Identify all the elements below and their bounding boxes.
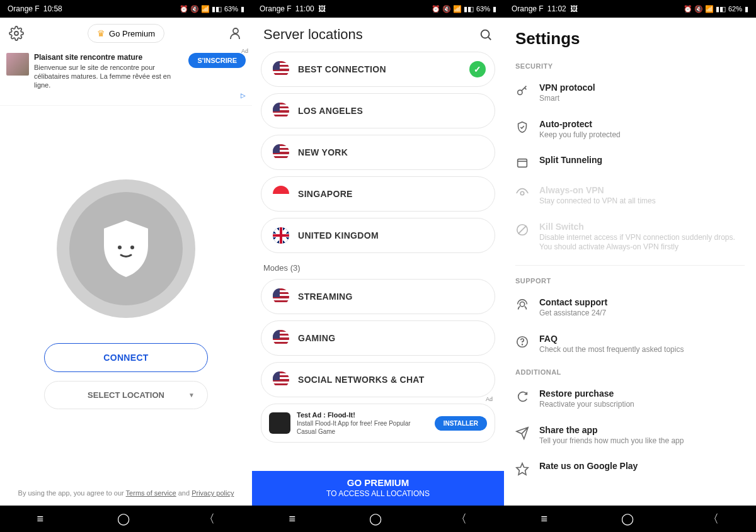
mode-item[interactable]: GAMING	[261, 320, 495, 356]
recents-button[interactable]: ≡	[37, 512, 44, 526]
status-icons: ⏰ 🔇 📶 ▮◧	[684, 5, 726, 13]
setting-faq[interactable]: FAQ Check out the most frequently asked …	[515, 327, 745, 364]
modes-label: Modes (3)	[261, 259, 495, 279]
battery-icon: ▮	[745, 5, 748, 13]
clock: 10:58	[43, 4, 62, 13]
shield-icon	[515, 120, 529, 134]
setting-always-on-vpn: Always-on VPN Stay connected to VPN at a…	[515, 179, 745, 215]
svg-point-1	[233, 28, 238, 33]
server-list[interactable]: BEST CONNECTION ✓ LOS ANGELES NEW YORK S…	[252, 49, 504, 471]
setting-share-app[interactable]: Share the app Tell your friends how much…	[515, 419, 745, 455]
page-title: Server locations	[263, 26, 363, 43]
setting-restore-purchase[interactable]: Restore purchase Reactivate your subscri…	[515, 382, 745, 419]
ad-desc: Install Flood-It App for free! Free Popu…	[297, 419, 428, 436]
help-icon	[515, 335, 529, 349]
battery-icon: ▮	[493, 5, 496, 13]
setting-rate-us[interactable]: Rate us on Google Play	[515, 455, 745, 485]
server-item[interactable]: UNITED KINGDOM	[261, 218, 495, 253]
send-icon	[515, 426, 529, 440]
ad-banner[interactable]: Ad Test Ad : Flood-It! Install Flood-It …	[261, 404, 495, 443]
carrier: Orange F	[512, 4, 544, 13]
home-button[interactable]: ◯	[621, 512, 634, 526]
battery-icon: ▮	[241, 5, 244, 13]
headset-icon	[515, 298, 529, 312]
carrier: Orange F	[260, 4, 292, 13]
android-nav-bar: ≡ ◯ 〈	[504, 506, 756, 532]
connect-button[interactable]: CONNECT	[44, 343, 208, 372]
privacy-link[interactable]: Privacy policy	[192, 489, 234, 497]
status-bar: Orange F 11:02 🖼 ⏰ 🔇 📶 ▮◧ 62% ▮	[504, 0, 756, 18]
setting-auto-protect[interactable]: Auto-protect Keep you fully protected	[515, 113, 745, 149]
select-location-button[interactable]: SELECT LOCATION ▼	[44, 381, 208, 409]
location-label: SELECT LOCATION	[88, 390, 164, 400]
svg-point-9	[520, 191, 524, 195]
android-nav-bar: ≡ ◯ 〈	[0, 506, 252, 532]
go-premium-bar[interactable]: GO PREMIUM TO ACCESS ALL LOCATIONS	[252, 471, 504, 506]
go-premium-button[interactable]: ♛ Go Premium	[88, 24, 164, 43]
svg-line-11	[518, 225, 527, 234]
home-button[interactable]: ◯	[117, 512, 130, 526]
section-additional: ADDITIONAL	[515, 363, 745, 382]
status-bar: Orange F 11:00 🖼 ⏰ 🔇 📶 ▮◧ 63% ▮	[252, 0, 504, 18]
flag-icon	[273, 144, 289, 161]
mode-item[interactable]: SOCIAL NETWORKS & CHAT	[261, 362, 495, 397]
ad-image	[6, 53, 29, 76]
profile-icon[interactable]	[228, 26, 243, 41]
key-icon	[515, 84, 529, 98]
picture-icon: 🖼	[318, 4, 326, 13]
check-icon: ✓	[469, 61, 486, 77]
crown-icon: ♛	[97, 28, 105, 38]
premium-title: GO PREMIUM	[252, 477, 504, 488]
terms-link[interactable]: Terms of service	[126, 489, 176, 497]
settings-list[interactable]: SECURITY VPN protocol Smart Auto-protect…	[504, 57, 756, 506]
ad-title: Test Ad : Flood-It!	[297, 410, 428, 419]
back-button[interactable]: 〈	[203, 511, 215, 526]
clock: 11:00	[295, 4, 314, 13]
locations-screen: Orange F 11:00 🖼 ⏰ 🔇 📶 ▮◧ 63% ▮ Server l…	[252, 0, 504, 532]
section-security: SECURITY	[515, 57, 745, 76]
premium-label: Go Premium	[109, 29, 155, 38]
flag-icon	[273, 227, 289, 244]
mode-item[interactable]: STREAMING	[261, 279, 495, 314]
home-screen: Orange F 10:58 ⏰ 🔇 📶 ▮◧ 63% ▮ ♛ Go Premi…	[0, 0, 252, 532]
terms-line: By using the app, you agree to our Terms…	[0, 483, 252, 506]
ad-banner[interactable]: Ad Plaisant site rencontre mature Bienve…	[0, 49, 252, 106]
back-button[interactable]: 〈	[707, 511, 719, 526]
setting-contact-support[interactable]: Contact support Get assistance 24/7	[515, 291, 745, 327]
server-item[interactable]: LOS ANGELES	[261, 93, 495, 128]
ad-cta-button[interactable]: S'INSCRIRE	[188, 53, 246, 68]
adchoices-icon[interactable]: ▷	[6, 92, 246, 99]
ad-cta-button[interactable]: INSTALLER	[435, 416, 487, 431]
star-icon	[515, 462, 529, 476]
settings-icon[interactable]	[9, 26, 24, 41]
ad-desc: Bienvenue sur le site de rencontre pour …	[34, 63, 183, 90]
back-button[interactable]: 〈	[455, 511, 467, 526]
recents-button[interactable]: ≡	[289, 512, 296, 526]
server-item[interactable]: NEW YORK	[261, 135, 495, 170]
section-support: SUPPORT	[515, 272, 745, 291]
ad-image	[269, 412, 290, 434]
setting-kill-switch: Kill Switch Disable internet access if V…	[515, 215, 745, 261]
divider	[515, 265, 745, 266]
svg-point-14	[522, 344, 523, 344]
page-title: Settings	[515, 29, 745, 48]
locations-header: Server locations	[252, 18, 504, 49]
recents-button[interactable]: ≡	[541, 512, 548, 526]
status-icons: ⏰ 🔇 📶 ▮◧	[432, 5, 474, 13]
eye-icon	[515, 186, 529, 200]
home-main: CONNECT SELECT LOCATION ▼	[0, 106, 252, 483]
battery-percent: 63%	[476, 5, 490, 13]
chevron-down-icon: ▼	[188, 392, 195, 399]
home-button[interactable]: ◯	[369, 512, 382, 526]
setting-split-tunneling[interactable]: Split Tunneling	[515, 149, 745, 179]
vpn-status-circle[interactable]	[57, 179, 195, 318]
status-icons: ⏰ 🔇 📶 ▮◧	[180, 5, 222, 13]
setting-vpn-protocol[interactable]: VPN protocol Smart	[515, 76, 745, 113]
search-icon[interactable]	[479, 28, 493, 42]
picture-icon: 🖼	[570, 4, 578, 13]
server-item-best[interactable]: BEST CONNECTION ✓	[261, 52, 495, 87]
battery-percent: 62%	[728, 5, 742, 13]
home-header: ♛ Go Premium	[0, 18, 252, 49]
server-item[interactable]: SINGAPORE	[261, 176, 495, 212]
svg-point-12	[520, 302, 524, 306]
